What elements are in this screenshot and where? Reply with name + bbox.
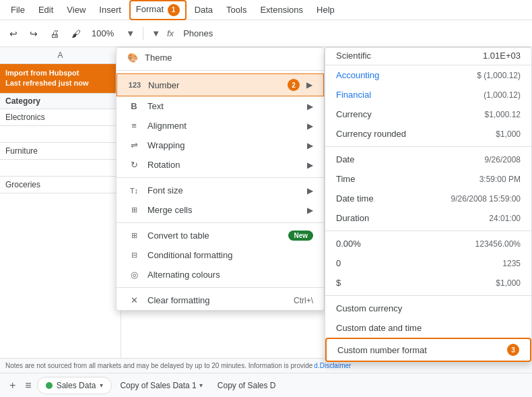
new-badge: New <box>288 231 313 241</box>
clearformatting-label: Clear formatting <box>147 295 287 305</box>
dropdown-icon: ▼ <box>152 28 160 38</box>
custom-currency-label: Custom currency <box>336 303 402 313</box>
zoom-level: 100% <box>89 27 117 40</box>
submenu-date[interactable]: Date 9/26/2008 <box>325 150 531 169</box>
submenu-duration[interactable]: Duration 24:01:00 <box>325 208 531 228</box>
tab-copy1-label: Copy of Sales Data 1 <box>120 381 196 390</box>
undo-button[interactable]: ↩ <box>5 26 22 42</box>
clearformatting-icon: ✕ <box>127 295 141 305</box>
submenu-custom-currency[interactable]: Custom currency <box>325 299 531 318</box>
format-alignment-item[interactable]: ≡ Alignment ▶ <box>117 116 324 135</box>
fontsize-icon: T↕ <box>127 187 141 195</box>
tab-copy2-label: Copy of Sales D <box>218 381 276 390</box>
submenu-percent[interactable]: 0.00% 123456.00% <box>325 234 531 253</box>
alignment-label: Alignment <box>147 121 300 131</box>
submenu-currency[interactable]: Currency $1,000.12 <box>325 104 531 124</box>
duration-value: 24:01:00 <box>489 214 521 223</box>
format-fontsize-item[interactable]: T↕ Font size ▶ <box>117 181 324 200</box>
toolbar: ↩ ↪ 🖨 🖌 100% ▼ ▼ fx Phones <box>0 20 532 47</box>
submenu-time[interactable]: Time 3:59:00 PM <box>325 169 531 189</box>
col-header: A <box>0 47 121 64</box>
disclaimer-text: Notes are not sourced from all markets a… <box>5 362 312 369</box>
tab-chevron-icon: ▾ <box>100 381 103 389</box>
table-row <box>0 126 121 143</box>
menu-divider-3 <box>117 222 324 223</box>
submenu-datetime[interactable]: Date time 9/26/2008 15:59:00 <box>325 189 531 208</box>
disclaimer-link2[interactable]: Disclaimer <box>320 362 352 369</box>
submenu-divider-2 <box>325 231 531 231</box>
financial-label: Financial <box>336 90 371 100</box>
format-wrapping-item[interactable]: ⇌ Wrapping ▶ <box>117 135 324 155</box>
format-converttable-item[interactable]: ⊞ Convert to table New <box>117 226 324 245</box>
time-value: 3:59:00 PM <box>479 175 521 184</box>
submenu-scientific: Scientific 1.01E+03 <box>325 48 531 65</box>
custom-datetime-label: Custom date and time <box>336 323 422 333</box>
menu-data[interactable]: Data <box>189 2 218 18</box>
theme-label: Theme <box>145 53 172 63</box>
menu-file[interactable]: File <box>5 2 30 18</box>
submenu-divider-1 <box>325 146 531 147</box>
alternating-icon: ◎ <box>127 270 141 280</box>
rotation-label: Rotation <box>147 160 300 170</box>
submenu-dollar[interactable]: $ $1,000 <box>325 273 531 293</box>
format-alternating-item[interactable]: ◎ Alternating colours <box>117 265 324 284</box>
menu-format[interactable]: Format 1 <box>129 0 187 20</box>
accounting-value: $ (1,000.12) <box>477 71 521 80</box>
add-sheet-button[interactable]: + <box>5 377 20 394</box>
cell-ref-display: Phones <box>183 28 213 38</box>
conditional-label: Conditional formatting <box>147 250 313 260</box>
mergecells-label: Merge cells <box>147 205 300 215</box>
menu-insert[interactable]: Insert <box>94 2 127 18</box>
tab-bar: + ≡ Sales Data ▾ Copy of Sales Data 1 ▾ … <box>0 373 532 397</box>
time-label: Time <box>336 174 355 184</box>
menu-extensions[interactable]: Extensions <box>255 2 308 18</box>
submenu-accounting[interactable]: Accounting $ (1,000.12) <box>325 65 531 85</box>
number-label: Number <box>148 80 278 90</box>
wrapping-arrow: ▶ <box>307 141 313 150</box>
scientific-label: Scientific <box>336 51 371 61</box>
submenu-custom-number[interactable]: Custom number format 3 <box>325 338 531 362</box>
table-row: Furniture <box>0 143 121 160</box>
dollar-value: $1,000 <box>496 278 521 288</box>
format-rotation-item[interactable]: ↻ Rotation ▶ <box>117 155 324 175</box>
format-mergecells-item[interactable]: ⊞ Merge cells ▶ <box>117 200 324 220</box>
menu-edit[interactable]: Edit <box>33 2 59 18</box>
alternating-label: Alternating colours <box>147 270 313 280</box>
menu-format-badge: 1 <box>168 4 180 16</box>
paint-format-button[interactable]: 🖌 <box>67 26 85 42</box>
currency-rounded-label: Currency rounded <box>336 129 406 139</box>
accounting-label: Accounting <box>336 70 379 80</box>
submenu-zero[interactable]: 0 1235 <box>325 253 531 273</box>
redo-button[interactable]: ↪ <box>26 26 42 42</box>
submenu-financial[interactable]: Financial (1,000.12) <box>325 85 531 104</box>
financial-value: (1,000.12) <box>484 90 521 100</box>
print-button[interactable]: 🖨 <box>46 26 63 42</box>
format-clearformatting-item[interactable]: ✕ Clear formatting Ctrl+\ <box>117 291 324 310</box>
category-header: Category <box>0 93 121 109</box>
duration-label: Duration <box>336 213 369 223</box>
tab-sales-data-label: Sales Data <box>57 381 96 390</box>
theme-icon: 🎨 <box>127 53 138 63</box>
submenu-scroll[interactable]: Scientific 1.01E+03 Accounting $ (1,000.… <box>325 48 531 362</box>
tab-copy-2[interactable]: Copy of Sales D <box>211 377 283 394</box>
conditional-icon: ⊟ <box>127 251 141 259</box>
format-conditional-item[interactable]: ⊟ Conditional formatting <box>117 245 324 265</box>
submenu-divider-3 <box>325 295 531 296</box>
alignment-icon: ≡ <box>127 121 141 131</box>
menu-help[interactable]: Help <box>311 2 340 18</box>
number-submenu: Scientific 1.01E+03 Accounting $ (1,000.… <box>325 47 532 363</box>
spreadsheet-area: A Import from Hubspot Last refreshed jus… <box>0 47 121 373</box>
tab-copy-1[interactable]: Copy of Sales Data 1 ▾ <box>113 377 209 394</box>
submenu-currency-rounded[interactable]: Currency rounded $1,000 <box>325 124 531 144</box>
converttable-icon: ⊞ <box>127 231 141 240</box>
sheet-list-button[interactable]: ≡ <box>21 377 35 394</box>
format-theme-item[interactable]: 🎨 Theme <box>117 48 324 67</box>
format-number-item[interactable]: 123 Number 2 ▶ <box>117 73 324 96</box>
menu-view[interactable]: View <box>61 2 91 18</box>
text-label: Text <box>147 101 300 111</box>
submenu-custom-datetime[interactable]: Custom date and time <box>325 318 531 338</box>
format-text-item[interactable]: B Text ▶ <box>117 96 324 116</box>
menu-tools[interactable]: Tools <box>221 2 252 18</box>
number-badge: 2 <box>288 79 300 91</box>
tab-sales-data[interactable]: Sales Data ▾ <box>37 377 112 394</box>
